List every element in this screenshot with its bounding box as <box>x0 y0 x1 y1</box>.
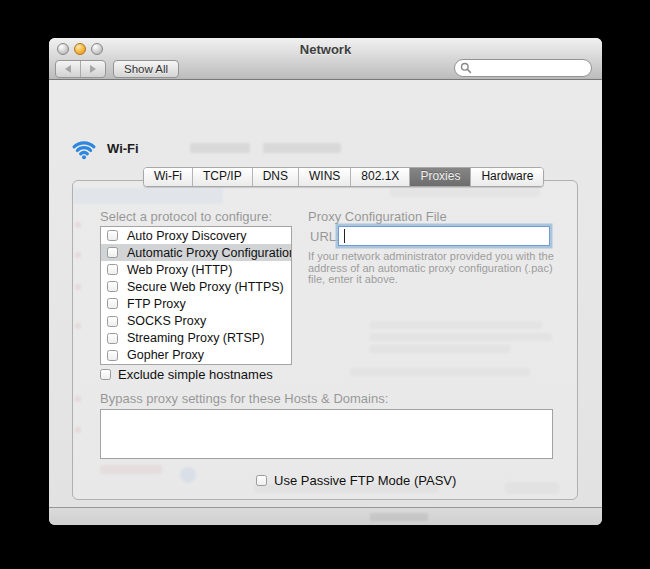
protocol-row[interactable]: Web Proxy (HTTP) <box>101 261 291 278</box>
proxies-sheet: Wi-Fi Wi-FiTCP/IPDNSWINS802.1XProxiesHar… <box>49 80 602 508</box>
window-title: Network <box>49 42 602 57</box>
tab-wins[interactable]: WINS <box>299 168 351 186</box>
passive-ftp-checkbox[interactable] <box>256 475 267 486</box>
exclude-hostnames-label: Exclude simple hostnames <box>118 367 273 382</box>
search-field[interactable] <box>454 59 592 77</box>
protocol-checkbox[interactable] <box>107 333 118 344</box>
protocol-checkbox[interactable] <box>107 230 118 241</box>
protocol-row[interactable]: SOCKS Proxy <box>101 312 291 329</box>
protocol-label: SOCKS Proxy <box>127 314 206 328</box>
forward-arrow-icon <box>90 65 96 73</box>
protocol-checkbox[interactable] <box>107 247 118 258</box>
protocol-label: Streaming Proxy (RTSP) <box>127 331 264 345</box>
tab-802-1x[interactable]: 802.1X <box>351 168 410 186</box>
protocol-row[interactable]: FTP Proxy <box>101 295 291 312</box>
wifi-icon <box>70 137 98 160</box>
protocol-checkbox[interactable] <box>107 350 118 361</box>
protocol-label: Auto Proxy Discovery <box>127 229 246 243</box>
protocol-label: FTP Proxy <box>127 297 186 311</box>
protocol-checkbox[interactable] <box>107 298 118 309</box>
exclude-hostnames-checkbox[interactable] <box>100 369 111 380</box>
protocol-row[interactable]: Secure Web Proxy (HTTPS) <box>101 278 291 295</box>
text-caret <box>344 229 345 243</box>
protocol-checkbox[interactable] <box>107 281 118 292</box>
service-header: Wi-Fi <box>70 137 139 160</box>
passive-ftp-row: Use Passive FTP Mode (PASV) <box>256 473 456 488</box>
url-input[interactable] <box>338 226 550 246</box>
window-bottom-strip <box>49 508 602 525</box>
protocol-list[interactable]: Auto Proxy DiscoveryAutomatic Proxy Conf… <box>100 226 292 365</box>
protocol-label: Secure Web Proxy (HTTPS) <box>127 280 284 294</box>
forward-button[interactable] <box>81 61 105 77</box>
service-name: Wi-Fi <box>107 141 139 156</box>
show-all-button[interactable]: Show All <box>113 60 179 78</box>
protocol-label: Web Proxy (HTTP) <box>127 263 232 277</box>
protocol-label: Gopher Proxy <box>127 348 204 362</box>
history-nav-control <box>55 60 106 78</box>
passive-ftp-label: Use Passive FTP Mode (PASV) <box>274 473 456 488</box>
tab-bar: Wi-FiTCP/IPDNSWINS802.1XProxiesHardware <box>143 167 544 187</box>
network-preferences-window: Network Show All <box>49 38 602 525</box>
exclude-hostnames-row: Exclude simple hostnames <box>100 367 273 382</box>
ghost-content <box>370 513 428 521</box>
back-button[interactable] <box>56 61 81 77</box>
ghost-content <box>190 143 250 153</box>
back-arrow-icon <box>65 65 71 73</box>
protocol-row[interactable]: Auto Proxy Discovery <box>101 227 291 244</box>
protocol-checkbox[interactable] <box>107 264 118 275</box>
protocol-label: Automatic Proxy Configuration <box>127 246 292 260</box>
tab-tcp-ip[interactable]: TCP/IP <box>193 168 253 186</box>
protocol-row[interactable]: Streaming Proxy (RTSP) <box>101 330 291 347</box>
tab-dns[interactable]: DNS <box>253 168 299 186</box>
tab-wi-fi[interactable]: Wi-Fi <box>144 168 193 186</box>
bypass-hosts-textarea[interactable] <box>100 409 553 459</box>
ghost-content <box>263 143 341 153</box>
protocol-row[interactable]: Automatic Proxy Configuration <box>101 244 291 261</box>
tab-proxies[interactable]: Proxies <box>410 168 471 186</box>
search-icon <box>460 62 472 74</box>
tab-hardware[interactable]: Hardware <box>471 168 543 186</box>
protocol-row[interactable]: Gopher Proxy <box>101 347 291 364</box>
protocol-checkbox[interactable] <box>107 316 118 327</box>
window-chrome: Network Show All <box>49 38 602 80</box>
